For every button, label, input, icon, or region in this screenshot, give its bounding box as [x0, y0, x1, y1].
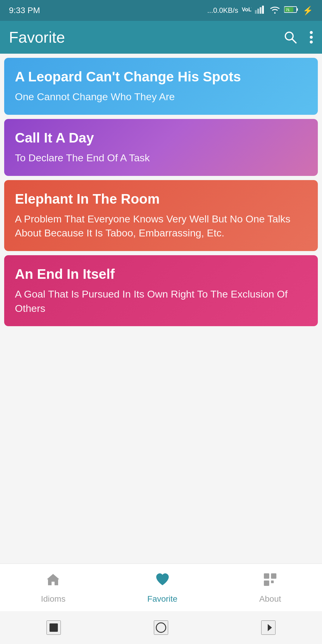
card-title-3: Elephant In The Room	[15, 191, 307, 207]
system-nav	[0, 611, 322, 644]
app-bar: Favorite	[0, 21, 322, 54]
bottom-nav: Idioms Favorite About	[0, 564, 322, 611]
nav-item-idioms[interactable]: Idioms	[23, 569, 83, 607]
card-call-it-a-day[interactable]: Call It A Day To Declare The End Of A Ta…	[4, 119, 318, 176]
svg-line-10	[292, 39, 296, 43]
nav-label-about: About	[259, 594, 281, 604]
system-back-square-button[interactable]	[47, 620, 61, 635]
svg-text:VoLTE: VoLTE	[242, 7, 251, 13]
network-speed: ...0.0KB/s	[207, 6, 238, 15]
nav-item-about[interactable]: About	[242, 569, 299, 607]
battery-icon: 71	[284, 5, 299, 16]
status-indicators: ...0.0KB/s VoLTE	[207, 5, 313, 16]
svg-rect-15	[271, 573, 276, 579]
search-button[interactable]	[283, 30, 298, 44]
svg-point-13	[310, 41, 313, 44]
more-options-button[interactable]	[309, 30, 313, 44]
nav-label-idioms: Idioms	[41, 594, 65, 604]
grid-icon	[262, 572, 278, 591]
card-leopard[interactable]: A Leopard Can't Change His Spots One Can…	[4, 58, 318, 115]
app-bar-actions	[283, 30, 313, 44]
card-subtitle-1: One Cannot Change Who They Are	[15, 90, 307, 104]
system-home-circle-button[interactable]	[154, 620, 168, 635]
svg-marker-20	[268, 624, 272, 631]
card-title-1: A Leopard Can't Change His Spots	[15, 69, 307, 85]
nav-item-favorite[interactable]: Favorite	[129, 569, 195, 607]
svg-rect-3	[260, 7, 261, 14]
cards-container: A Leopard Can't Change His Spots One Can…	[0, 54, 322, 330]
svg-rect-18	[49, 623, 58, 632]
svg-rect-14	[264, 573, 269, 579]
heart-icon	[154, 572, 171, 591]
svg-rect-6	[297, 8, 298, 11]
signal-strength-icon	[255, 5, 266, 16]
card-end-in-itself[interactable]: An End In Itself A Goal That Is Pursued …	[4, 255, 318, 326]
card-title-4: An End In Itself	[15, 266, 307, 282]
svg-point-19	[156, 623, 166, 632]
svg-point-9	[285, 32, 293, 40]
nav-label-favorite: Favorite	[147, 594, 177, 604]
card-elephant-room[interactable]: Elephant In The Room A Problem That Ever…	[4, 180, 318, 251]
svg-rect-2	[257, 9, 259, 14]
svg-rect-1	[255, 10, 257, 14]
card-subtitle-4: A Goal That Is Pursued In Its Own Right …	[15, 287, 307, 315]
system-recents-triangle-button[interactable]	[261, 620, 275, 635]
svg-point-12	[310, 36, 313, 39]
charging-icon: ⚡	[303, 6, 313, 16]
card-subtitle-3: A Problem That Everyone Knows Very Well …	[15, 212, 307, 240]
status-time: 9:33 PM	[9, 6, 40, 15]
card-title-2: Call It A Day	[15, 130, 307, 146]
svg-rect-4	[262, 6, 264, 14]
app-bar-title: Favorite	[9, 28, 65, 46]
svg-text:71: 71	[286, 8, 290, 12]
svg-rect-17	[271, 580, 274, 583]
wifi-icon	[269, 5, 281, 16]
svg-point-11	[310, 31, 313, 34]
status-bar: 9:33 PM ...0.0KB/s VoLTE	[0, 0, 322, 21]
network-type: VoLTE	[242, 5, 251, 16]
home-icon	[45, 572, 61, 591]
card-subtitle-2: To Declare The End Of A Task	[15, 151, 307, 165]
svg-rect-16	[264, 580, 269, 586]
